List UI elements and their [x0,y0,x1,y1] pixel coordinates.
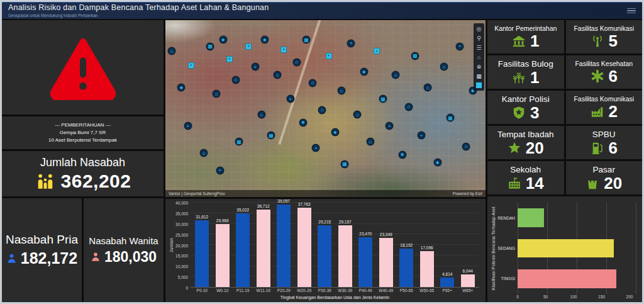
asset-marker-circle-41[interactable]: + [418,132,426,140]
asset-marker-circle-43[interactable]: ★ [433,159,441,167]
asset-marker-circle-10[interactable]: ⌂ [231,76,240,84]
bar-W0-10[interactable] [216,224,230,287]
asset-marker-circle-1[interactable]: ★ [177,84,186,92]
hamburger-icon[interactable] [627,8,636,14]
male-customers-card: Nasabah Pria 182,172 [2,198,82,302]
bar-P40-49[interactable] [358,237,372,287]
asset-marker-circle-20[interactable]: ⌂ [292,58,301,66]
asset-marker-circle-29[interactable]: ▦ [341,160,349,168]
asset-marker-circle-45[interactable]: ▦ [447,114,455,122]
asset-marker-circle-6[interactable]: ⌂ [213,90,221,98]
category-label-tinggi: TINGGI [496,264,518,294]
asset-marker-circle-16[interactable]: ▦ [267,132,275,140]
asset-marker-circle-30[interactable]: + [347,39,355,47]
asset-marker-square-34[interactable]: + [374,48,380,54]
bar-P30-39[interactable] [318,225,331,287]
x-tick-label: P20-29 [274,288,294,294]
asset-marker-circle-14[interactable]: ⌂ [257,111,265,119]
basemap-tile-selected[interactable] [475,82,482,89]
asset-marker-circle-25[interactable]: ⌂ [318,106,326,114]
asset-marker-circle-15[interactable]: ★ [260,36,269,44]
hbar-tinggi[interactable] [518,269,616,288]
stat-card-value: 5 [609,33,618,49]
asset-marker-circle-0[interactable]: ⌂ [168,47,176,55]
asset-marker-circle-11[interactable]: ▦ [235,138,243,146]
total-customers-label: Jumlah Nasabah [40,156,125,169]
asset-marker-circle-38[interactable]: ★ [398,150,406,159]
stat-card-kantor-pemerintahan-0[interactable]: Kantor Pemerintahan1 [487,20,564,53]
asset-marker-circle-32[interactable]: ★ [360,68,368,76]
asset-marker-circle-21[interactable]: ★ [299,118,307,127]
home-icon[interactable]: ⌂ [474,53,484,62]
stat-card-fasilitas-kesehatan-3[interactable]: Fasilitas Kesehatan6 [566,55,643,89]
hbar-sedang[interactable] [518,239,614,258]
asset-marker-circle-4[interactable]: ⌂ [200,149,208,157]
asset-marker-square-9[interactable]: + [226,56,233,62]
stat-card-fasilitas-bulog-2[interactable]: Fasilitas Bulog1 [487,55,564,89]
bar-P65+[interactable] [440,278,454,287]
stat-card-fasilitas-komunikasi-5[interactable]: Fasilitas Komunikasi2 [566,91,643,124]
stat-card-sekolah-8[interactable]: Sekolah14 [487,161,564,194]
asset-marker-circle-23[interactable]: ⌂ [309,79,317,87]
asset-marker-circle-44[interactable]: ⌂ [440,63,448,71]
asset-marker-circle-36[interactable]: + [386,122,394,130]
wheat-icon [512,70,526,84]
basemap-icon[interactable]: ▦ [474,72,484,81]
asset-marker-square-12[interactable]: + [245,43,252,50]
locate-icon[interactable]: ◎ [474,25,484,33]
map-attribution-esri: Powered by Esri [453,191,482,196]
hbar-rendah[interactable] [518,208,544,227]
asset-marker-circle-37[interactable]: ⌂ [392,71,400,79]
asset-marker-circle-19[interactable]: + [286,95,294,103]
police-shield-icon [512,106,526,120]
stat-card-fasilitas-komunikasi-1[interactable]: Fasilitas Komunikasi5 [566,20,643,53]
bar-W50-65[interactable] [420,251,434,287]
bar-P11-19[interactable] [236,213,250,287]
legend-icon[interactable]: ☰ [474,43,484,52]
bar-W40-49[interactable] [379,238,393,287]
asset-marker-circle-47[interactable]: ⌂ [462,142,470,150]
asset-marker-square-26[interactable]: + [326,53,332,59]
asset-marker-circle-7[interactable]: + [216,166,224,174]
search-icon[interactable]: ⚲ [474,34,484,43]
hbar-chart-categories: RENDAHSEDANGTINGGI [496,203,518,294]
bar-group-P30-39: 29,215 [314,203,335,287]
asset-marker-circle-28[interactable]: ⌂ [337,87,345,95]
zoom-icon[interactable]: ⊕ [474,62,484,71]
fuel-pump-icon [591,141,604,155]
asset-marker-circle-46[interactable]: + [456,42,464,50]
y-tick-label: 35,000 [175,211,188,215]
asset-marker-circle-31[interactable]: ⌂ [353,111,362,119]
bar-P0-10[interactable] [195,220,209,287]
stat-card-kantor-polisi-4[interactable]: Kantor Polisi3 [487,91,564,124]
bar-P20-29[interactable] [277,205,291,287]
bar-W30-39[interactable] [338,225,352,287]
bar-W20-29[interactable] [297,208,311,288]
asset-marker-circle-33[interactable]: ⌂ [366,138,374,146]
asset-marker-circle-27[interactable]: ★ [331,128,339,137]
asset-marker-circle-22[interactable]: ▦ [302,36,310,44]
asset-marker-square-2[interactable]: + [188,62,194,69]
bar-W11-19[interactable] [257,210,270,287]
asset-marker-circle-39[interactable]: ⌂ [404,103,413,111]
asset-marker-square-18[interactable]: + [280,47,287,53]
total-customers-value: 362,202 [61,171,131,192]
asset-marker-circle-17[interactable]: ⌂ [274,71,282,79]
gridline [636,203,636,294]
bar-W65+[interactable] [461,274,475,287]
asset-marker-circle-35[interactable]: ▦ [379,95,387,103]
stat-card-pasar-9[interactable]: Pasar20 [566,161,643,194]
asset-marker-circle-42[interactable]: ⌂ [424,84,432,92]
bar-P50-65[interactable] [399,249,413,287]
y-tick-label: 15,000 [175,254,188,258]
stat-card-tempat-ibadah-6[interactable]: Tempat Ibadah20 [487,126,564,159]
asset-marker-circle-3[interactable]: + [184,122,192,130]
asset-marker-circle-13[interactable]: + [251,63,259,71]
asset-marker-circle-5[interactable]: ▦ [206,42,214,50]
asset-marker-circle-8[interactable]: ★ [219,36,227,44]
asset-marker-circle-24[interactable]: + [312,144,320,152]
x-tick-label: P50-65 [396,288,417,294]
stat-card-spbu-7[interactable]: SPBU6 [566,126,643,159]
asset-marker-circle-40[interactable]: ▦ [411,52,419,60]
bar-chart-x-axis: P0-10W0-10P11-19W11-19P20-29W20-29P30-39… [191,288,479,294]
